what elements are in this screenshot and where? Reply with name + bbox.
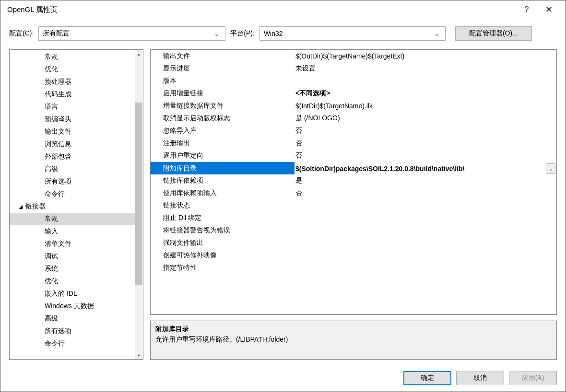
tree-item[interactable]: 调试 (10, 250, 135, 263)
tree-item-label: 链接器 (25, 202, 46, 211)
tree-item[interactable]: 浏览信息 (10, 138, 135, 150)
tree-item[interactable]: 代码生成 (10, 88, 135, 101)
property-name: 阻止 Dll 绑定 (151, 212, 295, 224)
property-row[interactable]: 版本 (151, 75, 556, 87)
tree-item-label: 所有选项 (45, 327, 71, 335)
property-row[interactable]: 将链接器警告视为错误 (151, 224, 556, 237)
tree-item[interactable]: 输入 (10, 225, 135, 238)
property-value[interactable]: $(OutDir)$(TargetName)$(TargetExt) (295, 50, 556, 62)
property-name: 创建可热修补映像 (151, 249, 295, 262)
property-value[interactable]: <不同选项> (295, 87, 556, 100)
tree-item[interactable]: 高级 (10, 312, 135, 325)
property-row[interactable]: 显示进度未设置 (151, 62, 556, 75)
platform-combo[interactable]: Win32 ⌄ (259, 26, 446, 41)
property-pages-window: OpenGL 属性页 ? ✕ 配置(C): 所有配置 ⌄ 平台(P): Win3… (0, 0, 566, 392)
apply-button[interactable]: 应用(A) (509, 371, 557, 385)
property-value[interactable]: $(SoltionDir)packages\SOIL2.1.20.0.8\bui… (295, 162, 556, 174)
property-value[interactable]: 否 (295, 137, 556, 150)
property-row[interactable]: 使用库依赖项输入否 (151, 187, 556, 199)
tree-item-label: 优化 (45, 65, 58, 74)
property-row[interactable]: 链接库依赖项是 (151, 174, 556, 187)
close-button[interactable]: ✕ (538, 0, 560, 19)
property-value[interactable] (295, 249, 556, 262)
tree-item-label: 所有选项 (45, 177, 71, 186)
tree-scrollbar[interactable]: ▴ ▾ (135, 50, 143, 359)
property-value[interactable]: 是 (/NOLOGO) (295, 112, 556, 125)
property-row[interactable]: 取消显示启动版权标志是 (/NOLOGO) (151, 112, 556, 125)
property-value[interactable] (295, 75, 556, 87)
property-name: 链接状态 (151, 199, 295, 212)
property-row[interactable]: 创建可热修补映像 (151, 249, 556, 262)
tree-item[interactable]: 输出文件 (10, 126, 135, 138)
config-combo-value: 所有配置 (43, 29, 70, 38)
tree-item-label: 外部包含 (45, 152, 71, 161)
help-button[interactable]: ? (516, 0, 538, 19)
scrollbar-thumb[interactable] (135, 103, 142, 285)
tree-item[interactable]: 预处理器 (10, 76, 135, 88)
tree-item[interactable]: ◢链接器 (10, 200, 135, 213)
tree-item-label: 优化 (45, 277, 58, 286)
property-row[interactable]: 逐用户重定向否 (151, 150, 556, 162)
chevron-down-icon: ⌄ (433, 30, 441, 37)
tree-item[interactable]: 外部包含 (10, 150, 135, 163)
tree-item[interactable]: 常规 (10, 213, 135, 225)
property-value[interactable]: 是 (295, 174, 556, 187)
tree-item[interactable]: Windows 元数据 (10, 300, 135, 312)
tree-item[interactable]: 优化 (10, 275, 135, 288)
property-value[interactable]: $(IntDir)$(TargetName).ilk (295, 100, 556, 112)
scroll-down-icon[interactable]: ▾ (135, 351, 143, 359)
property-name: 启用增量链接 (151, 87, 295, 100)
property-value[interactable] (295, 224, 556, 237)
cancel-button[interactable]: 取消 (456, 371, 504, 385)
property-row[interactable]: 启用增量链接<不同选项> (151, 87, 556, 100)
property-name: 忽略导入库 (151, 125, 295, 137)
tree-item[interactable]: 语言 (10, 101, 135, 113)
property-value[interactable]: 否 (295, 125, 556, 137)
property-row[interactable]: 输出文件$(OutDir)$(TargetName)$(TargetExt) (151, 50, 556, 62)
property-grid-rows: 输出文件$(OutDir)$(TargetName)$(TargetExt)显示… (151, 50, 556, 314)
property-row[interactable]: 增量链接数据库文件$(IntDir)$(TargetName).ilk (151, 100, 556, 112)
category-tree[interactable]: 常规优化预处理器代码生成语言预编译头输出文件浏览信息外部包含高级所有选项命令行◢… (10, 50, 135, 359)
tree-item-label: 嵌入的 IDL (45, 289, 77, 298)
property-name: 链接库依赖项 (151, 174, 295, 187)
tree-item[interactable]: 高级 (10, 163, 135, 175)
property-row[interactable]: 链接状态 (151, 199, 556, 212)
tree-item[interactable]: 优化 (10, 63, 135, 76)
property-name: 版本 (151, 75, 295, 87)
titlebar: OpenGL 属性页 ? ✕ (0, 0, 566, 19)
property-row[interactable]: 忽略导入库否 (151, 125, 556, 137)
property-name: 显示进度 (151, 62, 295, 75)
property-row[interactable]: 强制文件输出 (151, 237, 556, 249)
property-row[interactable]: 附加库目录$(SoltionDir)packages\SOIL2.1.20.0.… (151, 162, 556, 174)
scroll-up-icon[interactable]: ▴ (135, 50, 143, 58)
tree-item-label: Windows 元数据 (45, 302, 94, 311)
tree-item[interactable]: 命令行 (10, 337, 135, 350)
description-pane: 附加库目录 允许用户重写环境库路径。(/LIBPATH:folder) (150, 321, 557, 360)
tree-item[interactable]: 系统 (10, 263, 135, 275)
property-row[interactable]: 指定节特性 (151, 262, 556, 274)
property-row[interactable]: 阻止 Dll 绑定 (151, 212, 556, 224)
tree-item[interactable]: 嵌入的 IDL (10, 288, 135, 300)
ok-button[interactable]: 确定 (403, 371, 451, 385)
tree-item[interactable]: 预编译头 (10, 113, 135, 126)
tree-item[interactable]: 常规 (10, 51, 135, 63)
tree-item-label: 常规 (45, 215, 58, 223)
window-title: OpenGL 属性页 (7, 5, 516, 14)
tree-item[interactable]: 所有选项 (10, 325, 135, 337)
tree-item[interactable]: 命令行 (10, 188, 135, 200)
property-value[interactable]: 否 (295, 187, 556, 199)
property-value[interactable] (295, 262, 556, 274)
property-value[interactable] (295, 237, 556, 249)
tree-item-label: 预处理器 (45, 78, 71, 86)
property-value[interactable] (295, 212, 556, 224)
chevron-down-icon[interactable]: ⌄ (546, 163, 555, 174)
tree-item-label: 输出文件 (45, 127, 71, 136)
config-combo[interactable]: 所有配置 ⌄ (38, 26, 225, 41)
property-value[interactable]: 未设置 (295, 62, 556, 75)
property-row[interactable]: 注册输出否 (151, 137, 556, 150)
tree-item[interactable]: 所有选项 (10, 175, 135, 188)
property-value[interactable]: 否 (295, 150, 556, 162)
property-value[interactable] (295, 199, 556, 212)
config-manager-button[interactable]: 配置管理器(O)... (455, 26, 532, 41)
tree-item[interactable]: 清单文件 (10, 238, 135, 250)
